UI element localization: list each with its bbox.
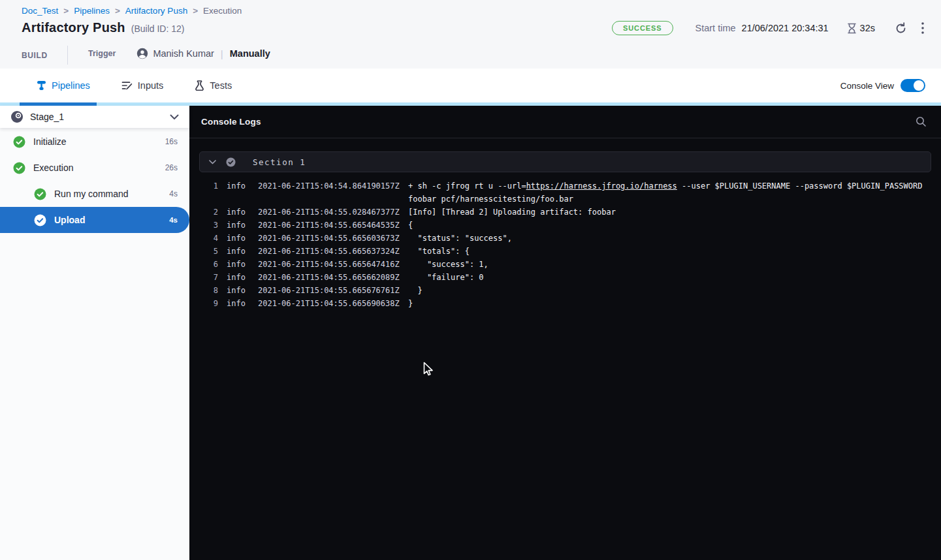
tab-label: Inputs [138, 80, 164, 91]
tab-inputs[interactable]: Inputs [121, 80, 164, 91]
step-duration: 16s [165, 137, 178, 146]
step-label: Run my command [54, 189, 129, 199]
refresh-button[interactable] [892, 20, 910, 37]
log-line: 6info2021-06-21T15:04:55.665647416Z "suc… [208, 258, 941, 271]
log-line-number: 1 [208, 179, 218, 193]
log-section-header[interactable]: Section 1 [199, 151, 931, 172]
console-view-toggle[interactable] [901, 79, 925, 92]
trigger-type: Manually [230, 48, 270, 59]
chevron-down-icon [209, 160, 216, 164]
trigger-user-name: Manish Kumar [153, 48, 214, 59]
tab-label: Pipelines [52, 80, 90, 91]
log-message: "totals": { [408, 245, 470, 258]
log-message: { [408, 219, 413, 232]
app: { "breadcrumb": { "items": ["Doc_Test", … [0, 0, 941, 560]
log-message: "success": 1, [408, 258, 488, 271]
log-level [227, 193, 247, 206]
log-line: 8info2021-06-21T15:04:55.665676761Z } [208, 284, 941, 297]
breadcrumb-link-pipeline-name[interactable]: Artifactory Push [125, 6, 187, 16]
log-line: 9info2021-06-21T15:04:55.665690638Z} [208, 297, 941, 310]
stage-selector[interactable]: Stage_1 [0, 106, 189, 128]
breadcrumb-link-project[interactable]: Doc_Test [22, 6, 58, 16]
console-view-label: Console View [840, 81, 894, 91]
build-type-label: BUILD [22, 51, 48, 60]
log-level: info [227, 232, 247, 245]
log-message: "failure": 0 [408, 271, 484, 284]
step-item[interactable]: Initialize 16s [0, 129, 189, 155]
log-timestamp: 2021-06-21T15:04:55.665603673Z [258, 232, 400, 245]
log-line-number: 3 [208, 219, 218, 232]
log-line: 5info2021-06-21T15:04:55.665637324Z "tot… [208, 245, 941, 258]
hourglass-icon [847, 23, 857, 34]
kebab-menu-icon [921, 22, 924, 34]
stage-icon [10, 110, 24, 123]
refresh-icon [895, 22, 907, 35]
breadcrumb-link-pipelines[interactable]: Pipelines [74, 6, 110, 16]
step-list: Initialize 16s Execution 26s Run my comm… [0, 128, 189, 233]
page-header: Doc_Test > Pipelines > Artifactory Push … [0, 0, 941, 69]
log-level: info [227, 271, 247, 284]
stage-name: Stage_1 [30, 112, 64, 122]
log-line: 1info2021-06-21T15:04:54.864190157Z+ sh … [208, 179, 941, 193]
log-message: "status": "success", [408, 232, 512, 245]
log-line-number: 5 [208, 245, 218, 258]
section-success-icon [226, 157, 236, 167]
log-level: info [227, 219, 247, 232]
log-message: [Info] [Thread 2] Uploading artifact: fo… [408, 206, 616, 219]
log-line-number: 2 [208, 206, 218, 219]
breadcrumb-separator: > [115, 6, 120, 16]
log-message: } [408, 284, 423, 297]
duration-value: 32s [860, 23, 875, 33]
status-badge: SUCCESS [612, 21, 673, 35]
step-duration: 4s [169, 189, 178, 198]
log-line: foobar pcf/harnesscitesting/foo.bar [208, 193, 941, 206]
stage-sidebar: Stage_1 Initialize 16s Execution 26s Run… [0, 106, 189, 560]
console-panel: Console Logs Section 1 1info2021-06-21T1… [189, 106, 941, 560]
success-check-icon [13, 136, 25, 148]
page-title: Artifactory Push [22, 20, 125, 35]
log-timestamp: 2021-06-21T15:04:55.665690638Z [258, 297, 400, 310]
trigger-label: Trigger [88, 49, 116, 58]
start-time-value: 21/06/2021 20:34:31 [742, 23, 829, 33]
log-link[interactable]: https://harness.jfrog.io/harness [526, 181, 677, 191]
log-timestamp: 2021-06-21T15:04:55.665464535Z [258, 219, 400, 232]
log-timestamp [258, 193, 400, 206]
chevron-down-icon [170, 114, 179, 120]
log-line-number: 8 [208, 284, 218, 297]
tab-pipelines[interactable]: Pipelines [37, 80, 90, 91]
toggle-knob [914, 80, 924, 91]
breadcrumb-separator: > [193, 6, 198, 16]
step-duration: 26s [165, 163, 178, 172]
log-timestamp: 2021-06-21T15:04:55.665676761Z [258, 284, 400, 297]
pipeline-icon [37, 80, 46, 91]
flask-icon [195, 80, 204, 91]
log-line-number [208, 193, 218, 206]
log-line: 2info2021-06-21T15:04:55.028467377Z[Info… [208, 206, 941, 219]
log-level: info [227, 179, 247, 193]
log-message: foobar pcf/harnesscitesting/foo.bar [408, 193, 573, 206]
log-timestamp: 2021-06-21T15:04:55.028467377Z [258, 206, 400, 219]
breadcrumb-current: Execution [203, 6, 242, 16]
log-level: info [227, 297, 247, 310]
step-item[interactable]: Upload 4s [0, 207, 189, 233]
step-item[interactable]: Execution 26s [0, 155, 189, 181]
log-line: 7info2021-06-21T15:04:55.665662089Z "fai… [208, 271, 941, 284]
log-line: 3info2021-06-21T15:04:55.665464535Z{ [208, 219, 941, 232]
more-options-button[interactable] [919, 20, 927, 37]
success-check-icon [34, 188, 46, 200]
log-line-number: 6 [208, 258, 218, 271]
step-label: Execution [33, 163, 73, 173]
log-level: info [227, 206, 247, 219]
log-line: 4info2021-06-21T15:04:55.665603673Z "sta… [208, 232, 941, 245]
breadcrumb-separator: > [63, 6, 69, 16]
log-timestamp: 2021-06-21T15:04:55.665637324Z [258, 245, 400, 258]
inputs-icon [121, 80, 133, 91]
log-timestamp: 2021-06-21T15:04:54.864190157Z [258, 179, 400, 193]
tab-tests[interactable]: Tests [195, 80, 232, 91]
log-search-button[interactable] [913, 114, 929, 130]
step-item[interactable]: Run my command 4s [0, 181, 189, 207]
log-level: info [227, 284, 247, 297]
start-time-label: Start time [695, 23, 736, 33]
console-logs-title: Console Logs [201, 117, 261, 127]
step-label: Upload [54, 215, 85, 225]
